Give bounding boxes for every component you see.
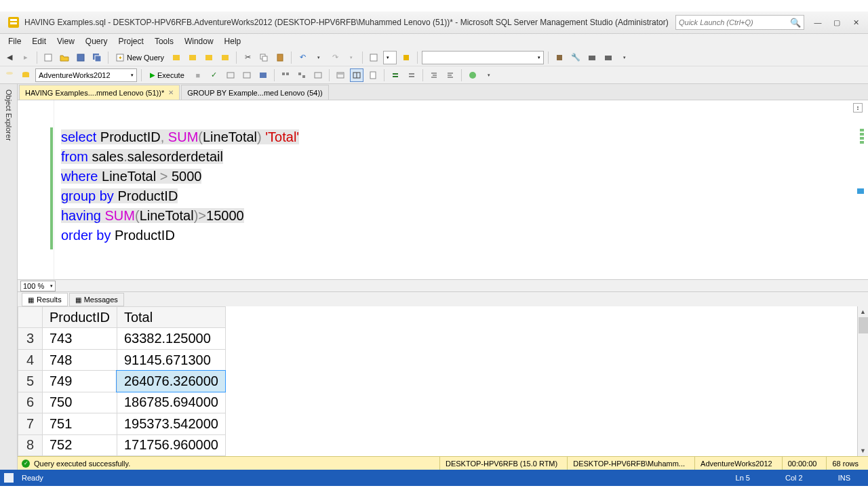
cell[interactable]: 751 [43, 413, 117, 434]
cell[interactable]: 748 [43, 349, 117, 370]
include-stats-icon[interactable] [295, 68, 309, 82]
table-row[interactable]: 474891145.671300 [18, 349, 226, 370]
specify-values-icon[interactable] [466, 68, 479, 82]
live-stats-icon[interactable] [311, 68, 325, 82]
menu-help[interactable]: Help [219, 35, 247, 47]
menu-project[interactable]: Project [113, 35, 149, 47]
outdent-icon[interactable] [443, 68, 457, 82]
scroll-thumb[interactable] [859, 317, 868, 333]
find-icon[interactable] [367, 51, 380, 64]
redo-icon[interactable]: ↷ [328, 51, 342, 64]
db-engine-query-icon[interactable] [170, 51, 183, 64]
maximize-button[interactable]: ▢ [827, 15, 846, 30]
results-tab-messages[interactable]: ▦Messages [69, 293, 124, 306]
solution-config[interactable]: ▾ [383, 51, 397, 64]
dropdown2-icon[interactable]: ▾ [482, 68, 496, 82]
table-row[interactable]: 7751195373.542000 [18, 413, 226, 434]
estimated-plan-icon[interactable] [224, 68, 237, 82]
results-grid-icon[interactable] [350, 68, 363, 82]
cell[interactable]: 750 [43, 392, 117, 413]
collapse-icon[interactable]: ↕ [853, 103, 863, 113]
cell[interactable]: 749 [43, 371, 117, 392]
cut-icon[interactable]: ✂ [241, 51, 254, 64]
execute-button[interactable]: ▶ Execute [146, 68, 189, 82]
menu-file[interactable]: File [3, 35, 26, 47]
menu-view[interactable]: View [52, 35, 80, 47]
row-number[interactable]: 7 [18, 413, 43, 434]
save-all-icon[interactable] [90, 51, 104, 64]
cell[interactable]: 264076.326000 [117, 371, 225, 392]
save-icon[interactable] [74, 51, 87, 64]
stop-icon[interactable]: ■ [191, 68, 205, 82]
copy-icon[interactable] [257, 51, 271, 64]
undo-icon[interactable]: ↶ [296, 51, 309, 64]
cell[interactable]: 63382.125000 [117, 328, 225, 349]
dropdown-icon[interactable]: ▾ [618, 51, 631, 64]
object-explorer-tab[interactable]: Object Explorer [0, 84, 18, 470]
results-text-icon[interactable] [334, 68, 347, 82]
back-button[interactable]: ◀ [3, 51, 16, 64]
quick-launch-input[interactable] [679, 18, 790, 26]
undo-drop-icon[interactable]: ▾ [312, 51, 326, 64]
indent-icon[interactable] [427, 68, 441, 82]
cell[interactable]: 195373.542000 [117, 413, 225, 434]
table-row[interactable]: 6750186785.694000 [18, 392, 226, 413]
column-header[interactable]: ProductID [43, 307, 117, 328]
new-icon[interactable] [41, 51, 55, 64]
scroll-minimap[interactable]: ↕ [856, 100, 865, 279]
document-tab[interactable]: GROUP BY Example...med Lenovo (54)) [181, 85, 329, 100]
table-row[interactable]: 8752171756.960000 [18, 434, 226, 455]
menu-edit[interactable]: Edit [26, 35, 52, 47]
zoom-selector[interactable]: 100 %▾ [20, 281, 56, 291]
include-plan-icon[interactable] [279, 68, 292, 82]
comment-icon[interactable] [389, 68, 402, 82]
uncomment-icon[interactable] [405, 68, 418, 82]
find-combo[interactable]: ▾ [422, 51, 544, 64]
close-icon[interactable]: ✕ [168, 89, 174, 96]
intellisense-icon[interactable] [256, 68, 270, 82]
cell[interactable]: 91145.671300 [117, 349, 225, 370]
query-options-icon[interactable] [240, 68, 254, 82]
cell[interactable]: 171756.960000 [117, 434, 225, 455]
table-row[interactable]: 374363382.125000 [18, 328, 226, 349]
menu-window[interactable]: Window [179, 35, 219, 47]
parse-icon[interactable]: ✓ [208, 68, 221, 82]
column-header[interactable]: Total [117, 307, 225, 328]
results-grid[interactable]: ProductIDTotal374363382.125000474891145.… [18, 306, 868, 456]
row-number[interactable]: 6 [18, 392, 43, 413]
activity-monitor-icon[interactable] [399, 51, 413, 64]
scroll-up-icon[interactable]: ▲ [858, 306, 868, 317]
results-tab-results[interactable]: ▦Results [22, 293, 68, 306]
dmx-query-icon[interactable] [218, 51, 232, 64]
analysis-query-icon[interactable] [186, 51, 199, 64]
results-scrollbar[interactable]: ▲ ▼ [857, 306, 868, 456]
quick-launch-box[interactable]: 🔍 [675, 15, 804, 30]
forward-button[interactable]: ▸ [19, 51, 33, 64]
cell[interactable]: 752 [43, 434, 117, 455]
cell[interactable]: 743 [43, 328, 117, 349]
toolbox-icon[interactable] [585, 51, 599, 64]
toolbox2-icon[interactable] [601, 51, 615, 64]
menu-query[interactable]: Query [80, 35, 113, 47]
minimize-button[interactable]: — [808, 15, 827, 30]
change-connection-icon[interactable] [19, 68, 33, 82]
open-icon[interactable] [58, 51, 71, 64]
new-query-button[interactable]: ✦ New Query [113, 51, 167, 64]
paste-icon[interactable] [273, 51, 287, 64]
results-file-icon[interactable] [366, 68, 380, 82]
mdx-query-icon[interactable] [202, 51, 216, 64]
document-tab[interactable]: HAVING Examples....mmed Lenovo (51))*✕ [19, 85, 180, 100]
close-button[interactable]: ✕ [846, 15, 865, 30]
row-number[interactable]: 5 [18, 371, 43, 392]
redo-drop-icon[interactable]: ▾ [344, 51, 358, 64]
row-number[interactable]: 4 [18, 349, 43, 370]
cell[interactable]: 186785.694000 [117, 392, 225, 413]
sql-editor[interactable]: select ProductID, SUM(LineTotal) 'Total'… [18, 100, 868, 279]
row-number[interactable]: 8 [18, 434, 43, 455]
table-row[interactable]: 5749264076.326000 [18, 371, 226, 392]
properties-icon[interactable]: 🔧 [569, 51, 583, 64]
row-number[interactable]: 3 [18, 328, 43, 349]
use-db-icon[interactable] [3, 68, 16, 82]
menu-tools[interactable]: Tools [149, 35, 179, 47]
scroll-down-icon[interactable]: ▼ [858, 445, 868, 456]
